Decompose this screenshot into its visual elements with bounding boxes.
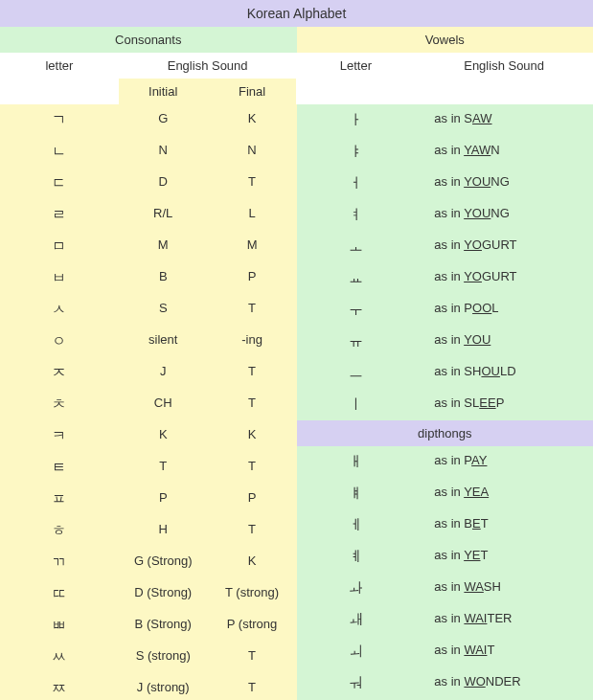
vowel-sound: as in PAY — [415, 453, 593, 471]
vowel-letter: ㅘ — [297, 579, 416, 598]
vowel-sound: as in WAITER — [415, 611, 593, 629]
consonant-letter: ㅉ — [0, 680, 119, 698]
consonant-row: ㄲG (Strong)K — [0, 547, 297, 578]
consonant-letter: ㅂ — [0, 269, 119, 287]
vowel-sound: as in WAIT — [415, 643, 593, 661]
vowel-letter: ㅐ — [297, 453, 416, 471]
vowel-letter: ㅖ — [297, 548, 416, 566]
table-body: ㄱGKㄴNNㄷDTㄹR/LLㅁMMㅂBPㅅSTㅇsilent-ingㅈJTㅊCH… — [0, 104, 593, 700]
consonant-final: L — [208, 206, 297, 224]
vowel-row: ㅡas in SHOULD — [297, 357, 594, 389]
consonant-initial: S (strong) — [119, 648, 208, 666]
vowel-row: ㅛas in YOGURT — [297, 262, 594, 294]
vowel-letter-header: Letter — [297, 53, 416, 79]
consonant-row: ㄸD (Strong)T (strong) — [0, 578, 297, 610]
vowel-sound: as in YEA — [415, 485, 593, 503]
consonant-initial: D — [119, 174, 208, 192]
vowel-row: ㅠas in YOU — [297, 326, 594, 357]
consonant-initial: J — [119, 364, 208, 382]
dipthongs-section: ㅐas in PAYㅒas in YEAㅔas in BETㅖas in YET… — [297, 446, 594, 700]
consonant-final: T — [208, 174, 297, 192]
consonant-final: T — [208, 459, 297, 477]
vowel-sound: as in YOU — [415, 332, 593, 350]
vowel-row: ㅏas in SAW — [297, 104, 594, 136]
consonant-letter: ㅍ — [0, 490, 119, 508]
vowel-letter: ㅒ — [297, 485, 416, 503]
korean-alphabet-table: Korean Alphabet Consonants Vowels letter… — [0, 0, 593, 700]
vowel-sound: as in SLEEP — [415, 395, 593, 414]
vowel-sound: as in SAW — [415, 111, 593, 129]
consonant-row: ㅃB (Strong)P (strong — [0, 610, 297, 642]
initial-final-header-row: Initial Final — [0, 79, 593, 104]
consonant-final: T (strong) — [208, 585, 297, 603]
consonants-header: Consonants — [0, 27, 297, 53]
vowel-letter: ㅑ — [297, 143, 416, 161]
consonant-letter: ㄹ — [0, 206, 119, 224]
consonant-row: ㅋKK — [0, 420, 297, 452]
consonant-letter: ㅅ — [0, 301, 119, 319]
consonant-row: ㅆS (strong)T — [0, 642, 297, 673]
consonant-final: P (strong — [208, 617, 297, 635]
consonant-letter-header: letter — [0, 53, 119, 79]
vowel-letter: ㅏ — [297, 111, 416, 129]
vowel-sound-header: English Sound — [415, 53, 593, 79]
vowel-row: ㅚas in WAIT — [297, 636, 594, 667]
consonant-row: ㄷDT — [0, 168, 297, 199]
vowel-letter: ㅠ — [297, 332, 416, 350]
vowel-row: ㅖas in YET — [297, 541, 594, 573]
consonant-row: ㄹR/LL — [0, 199, 297, 231]
consonant-final: T — [208, 680, 297, 698]
consonant-letter: ㄸ — [0, 585, 119, 603]
vowel-row: ㅝas in WONDER — [297, 667, 594, 699]
consonant-sound-header: English Sound — [119, 53, 297, 79]
consonant-final: T — [208, 301, 297, 319]
consonant-final: -ing — [208, 332, 297, 350]
consonant-initial: CH — [119, 395, 208, 414]
consonant-final: T — [208, 364, 297, 382]
vowel-row: ㅒas in YEA — [297, 478, 594, 509]
vowel-row: ㅘas in WASH — [297, 573, 594, 604]
initial-header: Initial — [119, 79, 208, 104]
vowel-sound: as in YOGURT — [415, 237, 593, 256]
consonant-row: ㅊCHT — [0, 389, 297, 420]
vowel-sound: as in YOUNG — [415, 174, 593, 192]
consonant-initial: K — [119, 427, 208, 445]
vowel-row: ㅣas in SLEEP — [297, 389, 594, 420]
vowel-sound: as in YOGURT — [415, 269, 593, 287]
dipthongs-header: dipthongs — [297, 420, 594, 446]
vowel-sound: as in POOL — [415, 301, 593, 319]
consonant-row: ㄴNN — [0, 136, 297, 168]
vowel-letter: ㅓ — [297, 174, 416, 192]
consonant-final: M — [208, 237, 297, 256]
consonant-initial: M — [119, 237, 208, 256]
final-header: Final — [208, 79, 297, 104]
consonant-final: K — [208, 111, 297, 129]
vowel-letter: ㅔ — [297, 516, 416, 534]
vowel-letter: ㅝ — [297, 674, 416, 692]
vowel-sound: as in YOUNG — [415, 206, 593, 224]
consonant-initial: N — [119, 143, 208, 161]
vowel-letter: ㅛ — [297, 269, 416, 287]
vowel-row: ㅗas in YOGURT — [297, 231, 594, 262]
column-header-row: letter English Sound Letter English Soun… — [0, 53, 593, 79]
consonant-letter: ㄲ — [0, 553, 119, 572]
consonant-initial: D (Strong) — [119, 585, 208, 603]
vowel-sound: as in SHOULD — [415, 364, 593, 382]
vowel-row: ㅕas in YOUNG — [297, 199, 594, 231]
vowel-letter: ㅙ — [297, 611, 416, 629]
consonant-row: ㅍPP — [0, 484, 297, 515]
consonant-initial: S — [119, 301, 208, 319]
consonant-initial: R/L — [119, 206, 208, 224]
basic-vowels-section: ㅏas in SAWㅑas in YAWNㅓas in YOUNGㅕas in … — [297, 104, 594, 420]
consonant-row: ㅌTT — [0, 452, 297, 484]
consonant-letter: ㅃ — [0, 617, 119, 635]
vowel-sound: as in BET — [415, 516, 593, 534]
vowel-sound: as in YET — [415, 548, 593, 566]
vowel-row: ㅜas in POOL — [297, 294, 594, 326]
vowel-row: ㅔas in BET — [297, 509, 594, 541]
consonant-row: ㄱGK — [0, 104, 297, 136]
consonant-final: P — [208, 490, 297, 508]
consonant-initial: J (strong) — [119, 680, 208, 698]
vowel-sound: as in WASH — [415, 579, 593, 598]
vowel-sound: as in YAWN — [415, 143, 593, 161]
